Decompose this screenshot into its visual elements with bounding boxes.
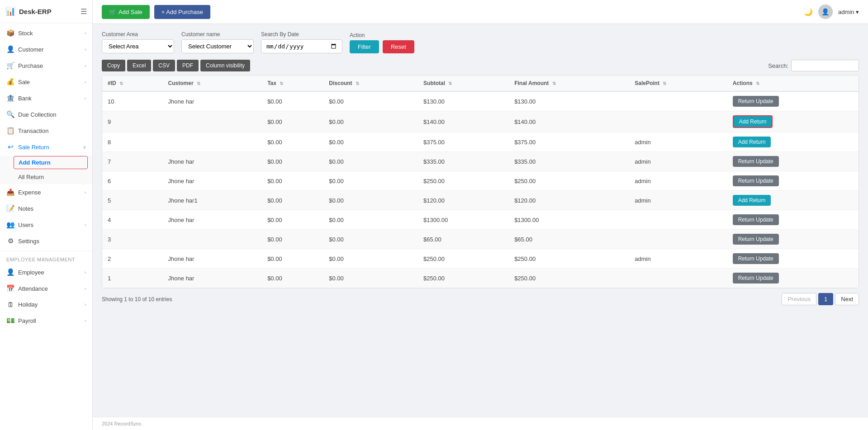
cell-id: 9 (102, 111, 163, 132)
sidebar-item-payroll[interactable]: 💵 Payroll › (0, 312, 92, 329)
previous-button[interactable]: Previous (782, 293, 816, 305)
logo-icon: 📊 (5, 6, 15, 16)
excel-button[interactable]: Excel (127, 60, 151, 71)
sidebar-item-stock[interactable]: 📦 Stock › (0, 25, 92, 41)
col-customer[interactable]: Customer ⇅ (163, 76, 262, 91)
sidebar-item-attendance[interactable]: 📅 Attendance › (0, 280, 92, 297)
sidebar-item-notes[interactable]: 📝 Notes (0, 200, 92, 217)
action-buttons: Filter Reset (350, 40, 414, 53)
cell-customer: Jhone har (163, 249, 262, 269)
return-update-button[interactable]: Return Update (733, 253, 779, 264)
return-update-button[interactable]: Return Update (733, 214, 779, 225)
add-return-button[interactable]: Add Return (733, 137, 771, 147)
holiday-arrow-icon: › (85, 302, 86, 307)
cell-tax: $0.00 (262, 171, 323, 191)
add-sale-button[interactable]: 🛒 Add Sale (102, 5, 150, 19)
cell-customer (163, 230, 262, 249)
customer-name-select[interactable]: Select Customer (181, 39, 254, 53)
cell-tax: $0.00 (262, 191, 323, 210)
sidebar-label-bank: Bank (18, 95, 81, 102)
sale-return-submenu: Add Return All Return (0, 156, 92, 184)
filter-button[interactable]: Filter (350, 40, 379, 53)
col-discount[interactable]: Discount ⇅ (323, 76, 418, 91)
col-id[interactable]: #ID ⇅ (102, 76, 163, 91)
add-purchase-button[interactable]: + Add Purchase (154, 5, 210, 19)
col-salepoint[interactable]: SalePoint ⇅ (629, 76, 727, 91)
users-arrow-icon: › (85, 222, 86, 227)
menu-toggle[interactable]: ☰ (81, 7, 87, 16)
col-tax[interactable]: Tax ⇅ (262, 76, 323, 91)
add-return-button[interactable]: Add Return (733, 195, 771, 206)
filter-actions: Action Filter Reset (350, 32, 414, 53)
date-input[interactable] (261, 39, 342, 53)
sidebar-item-transaction[interactable]: 📋 Transaction (0, 123, 92, 139)
table-row: 9 $0.00 $0.00 $140.00 $140.00 Add Return (102, 111, 859, 132)
cell-id: 3 (102, 230, 163, 249)
cell-customer (163, 111, 262, 132)
sidebar-item-purchase[interactable]: 🛒 Purchase › (0, 57, 92, 74)
customer-area-select[interactable]: Select Area (102, 39, 174, 53)
add-return-button[interactable]: Add Return (733, 115, 773, 128)
cell-actions: Return Update (727, 269, 859, 288)
sidebar-item-bank[interactable]: 🏦 Bank › (0, 90, 92, 106)
user-name[interactable]: admin ▾ (838, 9, 859, 15)
sidebar-item-holiday[interactable]: 🗓 Holiday › (0, 297, 92, 312)
cell-salepoint: admin (629, 191, 727, 210)
cell-salepoint (629, 111, 727, 132)
sidebar-logo: 📊 Desk-ERP ☰ (0, 0, 92, 23)
sidebar-item-expense[interactable]: 📤 Expense › (0, 184, 92, 200)
sidebar-item-employee[interactable]: 👤 Employee › (0, 264, 92, 280)
divider (0, 251, 92, 251)
sidebar-item-customer[interactable]: 👤 Customer › (0, 41, 92, 57)
sidebar-nav: 📦 Stock › 👤 Customer › 🛒 Purchase › 💰 Sa… (0, 23, 92, 331)
app-name: Desk-ERP (19, 8, 52, 15)
column-visibility-button[interactable]: Column visibility (200, 60, 250, 71)
cell-subtotal: $250.00 (418, 249, 509, 269)
transaction-icon: 📋 (6, 127, 14, 135)
sidebar-item-sale[interactable]: 💰 Sale › (0, 74, 92, 90)
sort-salepoint-icon: ⇅ (663, 81, 666, 86)
theme-toggle-icon[interactable]: 🌙 (804, 8, 813, 16)
cell-discount: $0.00 (323, 171, 418, 191)
col-subtotal[interactable]: Subtotal ⇅ (418, 76, 509, 91)
cell-salepoint (629, 210, 727, 230)
cell-customer: Jhone har1 (163, 191, 262, 210)
copy-button[interactable]: Copy (102, 60, 125, 71)
sidebar-item-users[interactable]: 👥 Users › (0, 217, 92, 233)
table-row: 8 $0.00 $0.00 $375.00 $375.00 admin Add … (102, 132, 859, 152)
return-update-button[interactable]: Return Update (733, 156, 779, 167)
cell-tax: $0.00 (262, 91, 323, 111)
cell-customer: Jhone har (163, 269, 262, 288)
sidebar-item-due-collection[interactable]: 🔍 Due Collection (0, 106, 92, 123)
sidebar-sub-add-return[interactable]: Add Return (14, 156, 88, 169)
return-update-button[interactable]: Return Update (733, 96, 779, 107)
holiday-icon: 🗓 (6, 301, 14, 308)
sidebar-sub-all-return[interactable]: All Return (0, 170, 92, 184)
cell-salepoint (629, 230, 727, 249)
pdf-button[interactable]: PDF (177, 60, 199, 71)
cell-id: 4 (102, 210, 163, 230)
search-input[interactable] (791, 60, 859, 71)
sidebar-item-sale-return[interactable]: ↩ Sale Return ∨ (0, 139, 92, 155)
add-sale-icon: 🛒 (109, 9, 116, 15)
page-1-button[interactable]: 1 (818, 293, 833, 305)
csv-button[interactable]: CSV (153, 60, 175, 71)
sidebar-item-settings[interactable]: ⚙ Settings (0, 233, 92, 249)
reset-button[interactable]: Reset (383, 40, 414, 53)
next-button[interactable]: Next (835, 293, 859, 305)
add-sale-label: Add Sale (119, 9, 142, 15)
sidebar-label-sale-return: Sale Return (18, 144, 79, 151)
topbar: 🛒 Add Sale + Add Purchase 🌙 👤 admin ▾ (93, 0, 868, 24)
col-actions[interactable]: Actions ⇅ (727, 76, 859, 91)
col-final-amount[interactable]: Final Amount ⇅ (509, 76, 629, 91)
return-update-button[interactable]: Return Update (733, 175, 779, 186)
sidebar-label-users: Users (18, 222, 81, 228)
cell-subtotal: $140.00 (418, 111, 509, 132)
cell-subtotal: $375.00 (418, 132, 509, 152)
due-collection-icon: 🔍 (6, 110, 14, 118)
return-update-button[interactable]: Return Update (733, 234, 779, 245)
cell-tax: $0.00 (262, 249, 323, 269)
bank-icon: 🏦 (6, 94, 14, 102)
cell-tax: $0.00 (262, 132, 323, 152)
return-update-button[interactable]: Return Update (733, 273, 779, 284)
